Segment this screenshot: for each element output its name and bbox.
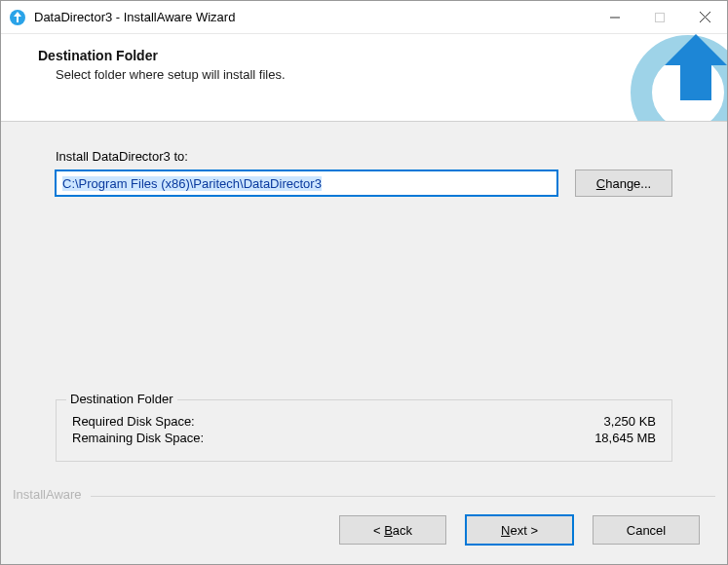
branding-bar: InstallAware [1, 479, 727, 502]
minimize-button[interactable] [593, 1, 637, 33]
remaining-space-row: Remaining Disk Space: 18,645 MB [72, 431, 656, 445]
installer-window: DataDirector3 - InstallAware Wizard Dest… [0, 0, 728, 565]
remaining-space-value: 18,645 MB [594, 431, 656, 445]
groupbox-title: Destination Folder [66, 392, 177, 406]
remaining-space-label: Remaining Disk Space: [72, 431, 204, 445]
app-icon [9, 9, 26, 26]
required-space-value: 3,250 KB [604, 414, 657, 429]
required-space-label: Required Disk Space: [72, 414, 195, 429]
header-arrow-icon [620, 34, 727, 122]
install-path-row: Change... [56, 170, 672, 197]
install-path-input[interactable] [56, 170, 557, 196]
branding-text: InstallAware [13, 487, 82, 502]
next-button[interactable]: Next > [466, 515, 573, 545]
page-subtitle: Select folder where setup will install f… [56, 67, 708, 82]
back-button[interactable]: < Back [339, 515, 446, 545]
wizard-header: Destination Folder Select folder where s… [1, 34, 727, 122]
change-button[interactable]: Change... [575, 170, 672, 197]
page-title: Destination Folder [38, 48, 708, 63]
maximize-button [637, 1, 682, 33]
svg-rect-2 [656, 13, 665, 21]
install-to-label: Install DataDirector3 to: [56, 149, 672, 164]
titlebar: DataDirector3 - InstallAware Wizard [1, 1, 727, 34]
required-space-row: Required Disk Space: 3,250 KB [72, 414, 656, 429]
wizard-content: Install DataDirector3 to: Change... Dest… [1, 122, 727, 479]
disk-space-group: Destination Folder Required Disk Space: … [56, 399, 672, 462]
wizard-footer: < Back Next > Cancel [1, 502, 727, 564]
window-title: DataDirector3 - InstallAware Wizard [34, 10, 593, 24]
cancel-button[interactable]: Cancel [593, 515, 700, 545]
close-button[interactable] [682, 1, 727, 33]
window-controls [593, 1, 727, 33]
